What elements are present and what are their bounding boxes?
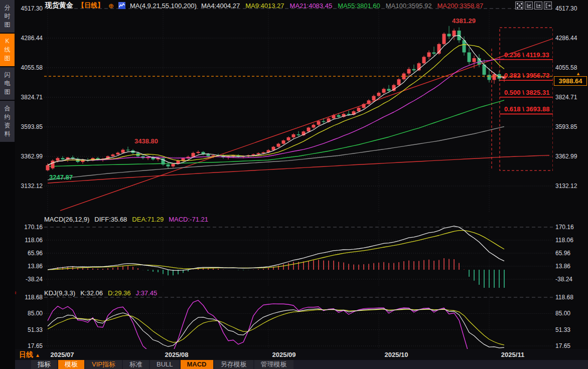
- toolbar-button-模板[interactable]: 模板: [58, 360, 84, 369]
- sidebar-tab-合约资料[interactable]: 合约资料: [0, 101, 15, 142]
- price-axis-label-left: 3824.71: [18, 94, 43, 101]
- toolbar-button-指标[interactable]: 指标: [31, 360, 57, 369]
- date-label: 2025/08: [165, 351, 189, 358]
- axis-scale-icon[interactable]: [525, 2, 533, 10]
- trading-app-window: 分时图K线图闪电图合约资料 现货黄金【日线】 ⊕ MA(4,9,21,55,10…: [0, 0, 588, 369]
- macd-header: MACD(26,12,9) DIFF:35.68DEA:71.29MACD:-7…: [44, 216, 208, 223]
- kdj-axis-label-left: 85.00: [18, 310, 43, 317]
- macd-axis-label-left: -38.24: [18, 276, 43, 283]
- toolbar-button-另存模板[interactable]: 另存模板: [214, 360, 253, 369]
- macd-value: DIFF:35.68: [94, 216, 127, 223]
- kdj-axis-label-right: 118.68: [555, 294, 573, 301]
- macd-axis-label-right: 13.86: [555, 263, 570, 270]
- chart-header: 现货黄金【日线】 ⊕ MA(4,9,21,55,100,200) MA4:400…: [45, 1, 483, 10]
- kdj-values: K:32.06D:29.36J:37.45: [80, 289, 157, 297]
- tab-char: 电: [0, 79, 15, 88]
- window-toolbar: [515, 2, 552, 10]
- move-icon[interactable]: [515, 2, 523, 10]
- add-compare-icon[interactable]: ⊕: [108, 2, 114, 10]
- tab-char: K: [0, 37, 15, 46]
- ma-legend-item: MA4:4004.27: [201, 2, 240, 10]
- date-label: 2025/10: [385, 351, 408, 358]
- kdj-axis-label-right: 85.00: [555, 310, 570, 317]
- price-axis-label-left: 4286.44: [18, 35, 43, 42]
- tab-char: 闪: [0, 71, 15, 79]
- fib-level-label: 0.500 \ 3825.31: [504, 89, 549, 96]
- tab-char: 资: [0, 121, 15, 130]
- axis-shift-icon[interactable]: [534, 2, 542, 10]
- kdj-axis-label-right: 51.33: [555, 326, 570, 333]
- kdj-axis-label-right: 17.65: [555, 342, 570, 349]
- period-selector[interactable]: 日线 ▲: [19, 350, 40, 359]
- macd-axis-label-right: 170.16: [555, 224, 574, 231]
- price-axis-label-right: 4286.44: [555, 35, 577, 42]
- toolbar-button-VIP指标[interactable]: VIP指标: [85, 360, 122, 369]
- macd-value: MACD:-71.21: [169, 216, 208, 223]
- price-axis-label-left: 3362.99: [18, 153, 43, 160]
- tab-char: 合: [0, 104, 15, 113]
- date-label: 2025/07: [51, 351, 74, 358]
- macd-axis-label-left: 65.96: [18, 250, 43, 257]
- macd-axis-label-right: 118.06: [555, 237, 573, 244]
- swing-high-annotation: 3438.80: [134, 137, 158, 145]
- fib-level-label: 0.382 \ 3956.73: [504, 72, 549, 79]
- symbol-name: 现货黄金: [45, 1, 73, 10]
- tab-char: 图: [0, 21, 15, 29]
- tab-char: 图: [0, 54, 15, 63]
- tab-char: 料: [0, 130, 15, 138]
- ma-legend-item: MA21:4083.45: [290, 2, 333, 10]
- ma-legend-item: MA55:3801.60: [338, 2, 380, 10]
- kdj-axis-label-left: 17.65: [18, 342, 43, 349]
- toolbar-button-MACD[interactable]: MACD: [181, 360, 213, 369]
- toolbar-button-管理模板[interactable]: 管理模板: [254, 360, 293, 369]
- price-axis-label-right: 3132.12: [555, 182, 577, 190]
- macd-axis-label-left: 118.06: [18, 237, 43, 244]
- macd-axis-label-left: 13.86: [18, 263, 43, 270]
- kdj-value: D:29.36: [108, 289, 131, 297]
- toolbar-button-标准[interactable]: 标准: [123, 360, 149, 369]
- high-price-annotation: 4381.29: [452, 17, 476, 25]
- tab-char: 约: [0, 113, 15, 121]
- ma-legend-item: MA100:3595.92: [386, 2, 432, 10]
- price-axis-label-left: 3593.85: [18, 123, 43, 130]
- kdj-axis-label-left: 118.68: [18, 294, 43, 301]
- price-axis-label-right: 4055.58: [555, 64, 577, 71]
- kdj-value: K:32.06: [80, 289, 103, 297]
- price-up-arrow-icon: ▲: [576, 71, 580, 76]
- ma-legend-item: MA9:4013.27: [245, 2, 284, 10]
- toolbar-button-BULL[interactable]: BULL: [150, 360, 180, 369]
- price-axis-label-right: 3362.99: [555, 153, 577, 160]
- sidebar-tab-K线图[interactable]: K线图: [0, 34, 15, 66]
- kline-chart-icon: [118, 2, 125, 9]
- low-price-annotation: 3247.87: [49, 173, 73, 181]
- macd-axis-label-left: 170.16: [18, 224, 43, 231]
- date-label: 2025/09: [272, 351, 296, 358]
- price-axis-label-left: 3132.12: [18, 182, 43, 190]
- sidebar-tab-闪电图[interactable]: 闪电图: [0, 67, 15, 100]
- collapse-panel-icon[interactable]: [544, 2, 552, 10]
- macd-axis-label-right: 65.96: [555, 250, 570, 257]
- sidebar: 分时图K线图闪电图合约资料: [0, 0, 15, 369]
- ma-legend-item: MA200:3358.87: [437, 2, 484, 10]
- price-axis-label-left: 4055.58: [18, 64, 43, 71]
- macd-axis-label-right: -38.24: [555, 276, 572, 283]
- tab-char: 线: [0, 46, 15, 54]
- price-axis-label-right: 3593.85: [555, 123, 577, 130]
- period-tag: 【日线】: [78, 1, 104, 10]
- tab-char: 图: [0, 88, 15, 96]
- tab-char: 时: [0, 12, 15, 21]
- tab-char: 分: [0, 4, 15, 12]
- fib-level-label: 0.618 \ 3693.88: [504, 105, 549, 113]
- macd-title: MACD(26,12,9): [44, 216, 89, 223]
- ma-legend: MA4:4004.27MA9:4013.27MA21:4083.45MA55:3…: [201, 2, 483, 10]
- kdj-value: J:37.45: [136, 289, 158, 297]
- fib-level-label: 0.236 \ 4119.33: [504, 51, 549, 59]
- date-label: 2025/11: [501, 351, 524, 358]
- ma-params-label: MA(4,9,21,55,100,200): [130, 2, 197, 10]
- sidebar-tab-分时图[interactable]: 分时图: [0, 0, 15, 33]
- kdj-header: KDJ(9,3,3) K:32.06D:29.36J:37.45: [44, 289, 157, 297]
- macd-values: DIFF:35.68DEA:71.29MACD:-71.21: [94, 216, 208, 223]
- price-axis-label-left: 4517.30: [18, 5, 43, 12]
- bottom-toolbar: 指标模板VIP指标标准BULLMACD另存模板管理模板: [0, 360, 588, 369]
- chart-canvas[interactable]: [0, 0, 588, 369]
